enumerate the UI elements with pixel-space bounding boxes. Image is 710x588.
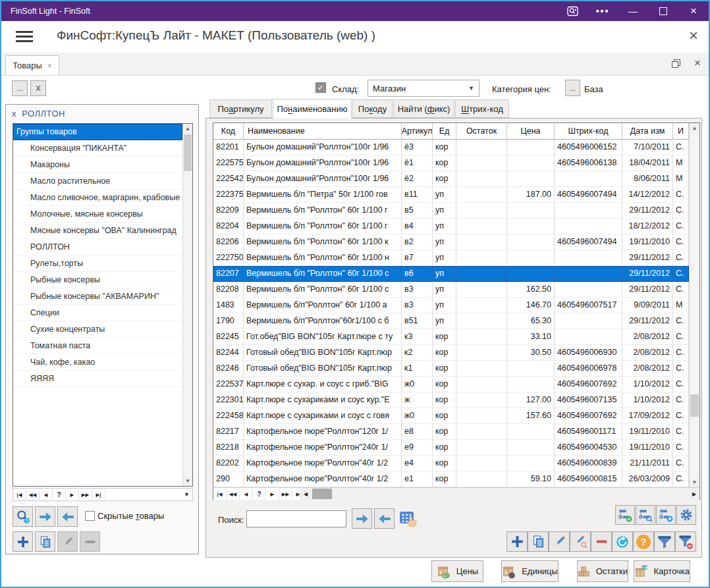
table-vscrollbar[interactable]: ▲ ▼: [689, 123, 699, 487]
table-row[interactable]: 82217Картофельное пюре"Роллтон"120г 1/е8…: [213, 424, 689, 440]
table-row[interactable]: 222375Вермишель б/п "Петра" 50г 1/100 го…: [213, 187, 689, 203]
table-row[interactable]: 82245Гот.обед"BIG BON"105г Карт.пюре с т…: [213, 329, 689, 345]
tree-view-search-button[interactable]: [636, 505, 655, 525]
tab-close-icon[interactable]: ×: [47, 61, 52, 70]
column-header[interactable]: Штрих-код: [555, 123, 622, 140]
edit-product-button[interactable]: [549, 531, 570, 552]
hidden-goods-checkbox[interactable]: [85, 511, 95, 521]
table-row[interactable]: 82204Вермишель б/п "Роллтон" 60г 1/100 г…: [213, 219, 689, 234]
table-row[interactable]: 82206Вермишель б/п "Роллтон" 60г 1/100 к…: [213, 234, 689, 250]
scroll-down-icon[interactable]: ▼: [183, 476, 192, 486]
warehouse-select[interactable]: Магазин ▼: [368, 80, 479, 97]
table-settings-button[interactable]: [676, 505, 696, 525]
close-window-button[interactable]: ×: [678, 1, 709, 21]
table-row[interactable]: 290Картофельное пюре"Роллтон"40г 1/2е1ко…: [213, 471, 689, 487]
minimize-button[interactable]: —: [618, 1, 648, 21]
scroll-up-icon[interactable]: ▲: [690, 123, 699, 133]
warehouse-checkbox[interactable]: ✓: [315, 82, 326, 93]
column-header[interactable]: Цена: [507, 123, 555, 140]
scroll-thumb[interactable]: [312, 489, 332, 499]
nav-search-button[interactable]: ?: [53, 489, 66, 500]
nav-next-button[interactable]: ▶: [266, 489, 279, 499]
groups-scrollbar[interactable]: ▲ ▼: [182, 124, 192, 486]
table-row[interactable]: 82202Картофельное пюре"Роллтон"40г 1/2е4…: [213, 456, 689, 471]
scroll-right-icon[interactable]: ▶: [689, 488, 699, 500]
column-header[interactable]: Артикул: [402, 123, 433, 140]
group-item[interactable]: Масло растительное: [13, 173, 182, 190]
group-item[interactable]: Мясные консервы "ОВА" Калининград: [13, 223, 182, 239]
scroll-thumb[interactable]: [184, 134, 192, 171]
nav-last-button[interactable]: ▶|: [92, 489, 105, 500]
table-row[interactable]: 1790Вермишель б/п"Роллтон"60г1/100 с бв5…: [213, 313, 689, 329]
group-item[interactable]: Группы товаров: [13, 124, 182, 140]
table-row[interactable]: 82209Вермишель б/п "Роллтон" 60г 1/100 г…: [213, 203, 689, 219]
group-back-button[interactable]: [57, 506, 78, 527]
filter-button[interactable]: [654, 531, 675, 552]
table-row[interactable]: 82246Готовый обед"BIG BON"105г Карт.пюрк…: [213, 361, 689, 377]
table-row[interactable]: 222537Карт.пюре с сухар. и соус с гриб."…: [213, 377, 689, 392]
nav-next-button[interactable]: ▶: [66, 489, 79, 500]
group-item[interactable]: Сухие концентраты: [13, 321, 182, 338]
tree-view-download-button[interactable]: [656, 505, 676, 525]
scroll-left-icon[interactable]: ◀: [300, 488, 311, 500]
group-item[interactable]: Молочные, мясные консервы: [13, 206, 182, 223]
group-item[interactable]: Масло сливочное, маргарин, крабовые п: [13, 190, 182, 206]
prices-button[interactable]: Цены: [431, 560, 483, 582]
table-hscrollbar[interactable]: ◀ ▶: [300, 488, 699, 500]
nav-first-button[interactable]: |◀: [13, 489, 26, 500]
group-item[interactable]: Специи: [13, 305, 182, 321]
scroll-down-icon[interactable]: ▼: [690, 477, 699, 487]
table-row[interactable]: 222542Бульон домашний"Роллтон"100г 1/96ё…: [213, 171, 689, 187]
table-row[interactable]: 82208Вермишель б/п "Роллтон" 60г 1/100 с…: [213, 282, 689, 298]
view-product-button[interactable]: [570, 531, 591, 552]
search-tab-1[interactable]: По артикулу: [209, 99, 272, 118]
nav-fast-next-button[interactable]: ▶▶: [79, 489, 92, 500]
stocks-button[interactable]: Остатки: [577, 560, 628, 582]
group-item[interactable]: Томатная паста: [13, 338, 182, 354]
group-item[interactable]: Консервация "ПИКАНТА": [13, 140, 182, 157]
column-header[interactable]: И: [673, 123, 689, 140]
group-item[interactable]: Макароны: [13, 157, 182, 173]
group-add-button[interactable]: [13, 531, 33, 552]
nav-search-button[interactable]: ?: [253, 489, 266, 499]
touch-keypad-button[interactable]: [399, 510, 417, 527]
column-header[interactable]: Остаток: [456, 123, 507, 140]
column-header[interactable]: Ед: [433, 123, 456, 140]
group-item[interactable]: Чай, кофе, какао: [13, 354, 182, 371]
scroll-up-icon[interactable]: ▲: [183, 124, 192, 134]
search-tab-2[interactable]: По наименованию: [273, 99, 352, 119]
table-row[interactable]: 82244Готовый обед"BIG BON"105г Карт.пюрк…: [213, 345, 689, 361]
table-row[interactable]: 222458Карт.пюре с сухариками и соус с го…: [213, 408, 689, 424]
group-item[interactable]: Рыбные консервы "АКВАМАРИН": [13, 288, 182, 305]
table-row[interactable]: 82218Картофельное пюре"Роллтон"240г 1/е9…: [213, 440, 689, 456]
search-tab-4[interactable]: Найти (фикс): [393, 99, 454, 118]
nav-fast-prev-button[interactable]: ◀◀: [26, 489, 40, 500]
nav-fast-next-button[interactable]: ▶▶: [279, 489, 292, 499]
copy-product-button[interactable]: [528, 531, 549, 552]
clear-filter-button[interactable]: [675, 531, 696, 552]
tabstrip-close-icon[interactable]: ×: [694, 59, 701, 68]
group-item[interactable]: РОЛЛТОН: [13, 239, 182, 255]
group-item[interactable]: ЯЯЯЯ: [13, 371, 182, 387]
table-row[interactable]: 222575Бульон домашний"Роллтон"100г 1/96ё…: [213, 155, 689, 171]
group-copy-button[interactable]: [35, 531, 55, 552]
more-button[interactable]: ...: [12, 80, 28, 96]
group-search-refresh-button[interactable]: [13, 506, 33, 527]
refresh-button[interactable]: [612, 531, 633, 552]
delete-product-button[interactable]: [591, 531, 612, 552]
restore-pane-icon[interactable]: [672, 59, 680, 67]
tree-view-check-button[interactable]: [615, 505, 635, 525]
search-input[interactable]: [246, 510, 346, 527]
nav-prev-button[interactable]: ◀: [240, 489, 253, 499]
price-category-picker-button[interactable]: ...: [565, 80, 580, 96]
search-forward-button[interactable]: [352, 508, 372, 529]
hamburger-menu-icon[interactable]: [16, 31, 33, 42]
find-window-icon[interactable]: [557, 1, 587, 21]
scroll-thumb[interactable]: [690, 394, 699, 417]
search-tab-3[interactable]: По коду: [352, 99, 393, 118]
more-options-icon[interactable]: •••: [587, 1, 618, 21]
column-header[interactable]: Наименование: [244, 123, 402, 140]
units-button[interactable]: Единицы: [501, 560, 559, 582]
group-item[interactable]: Рыбные консервы: [13, 272, 182, 288]
table-row[interactable]: 1483Вермишель б/п"Роллтон" 60г 1/100 ав3…: [213, 298, 689, 313]
